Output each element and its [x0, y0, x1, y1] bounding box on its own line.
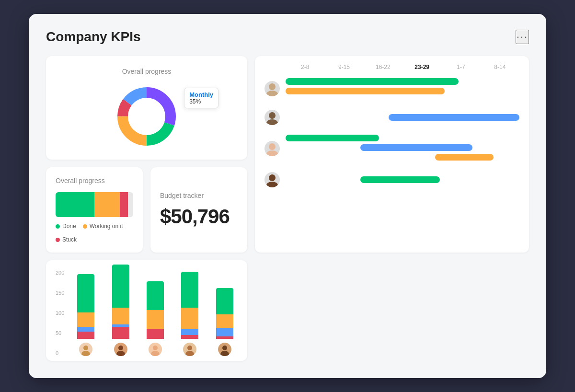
bar-chart-card: 200 150 100 50 0 [46, 260, 247, 361]
bar-seg-red [77, 332, 94, 339]
bar-seg-blue [216, 328, 233, 336]
donut-tooltip: Monthly 35% [184, 88, 218, 108]
bar-seg-orange [147, 310, 164, 329]
bar-seg-green [77, 274, 94, 312]
bar-seg-orange [77, 312, 94, 327]
gantt-col-6: 8-14 [481, 64, 519, 70]
bar-stack-5 [216, 288, 233, 339]
more-button[interactable]: ··· [516, 30, 529, 44]
gantt-bars-2 [286, 111, 519, 124]
y-label-150: 150 [56, 290, 64, 296]
bar-stack-1 [77, 274, 94, 339]
gantt-avatar-4 [264, 172, 280, 187]
y-label-0: 0 [56, 350, 64, 356]
bar-seg-red [181, 335, 198, 339]
gantt-bar [286, 88, 445, 94]
overall-progress-label: Overall progress [56, 177, 133, 184]
svg-point-9 [266, 119, 278, 125]
overall-progress-card: Overall progress Done Working on it [46, 167, 143, 253]
gantt-bars-4 [286, 173, 519, 186]
legend-label-working: Working on it [90, 223, 123, 230]
y-label-100: 100 [56, 310, 64, 316]
overall-progress-bar [56, 192, 133, 217]
gantt-col-5: 1-7 [441, 64, 480, 70]
budget-value: $50,796 [160, 205, 238, 228]
bar-seg-green [216, 288, 233, 314]
page-title: Company KPIs [46, 29, 141, 45]
gantt-bar [360, 176, 440, 183]
bottom-row: Overall progress Done Working on it [46, 167, 247, 253]
bar-seg-red [216, 336, 233, 339]
bar-seg-blue [77, 327, 94, 332]
header: Company KPIs ··· [46, 29, 529, 45]
dashboard-frame: Company KPIs ··· Overall progress [29, 14, 546, 378]
bar-stack-3 [147, 281, 164, 339]
bar-group-1 [73, 274, 99, 356]
progress-stuck [120, 192, 127, 217]
gantt-card: 2-8 9-15 16-22 23-29 1-7 8-14 [255, 56, 529, 253]
gantt-avatar-2 [264, 110, 280, 125]
svg-point-6 [269, 83, 276, 90]
progress-working [94, 192, 120, 217]
bar-group-5 [212, 288, 238, 356]
bar-seg-green [147, 281, 164, 310]
svg-point-8 [269, 112, 276, 119]
svg-point-11 [266, 150, 278, 156]
progress-legend: Done Working on it Stuck [56, 223, 133, 243]
legend-dot-done [56, 224, 60, 229]
bar-seg-green [112, 265, 129, 308]
gantt-bars-3 [286, 134, 519, 163]
bar-group-3 [142, 281, 168, 356]
bar-chart-area: 200 150 100 50 0 [56, 270, 238, 356]
main-grid: Overall progress [46, 56, 529, 361]
gantt-header: 2-8 9-15 16-22 23-29 1-7 8-14 [264, 64, 519, 70]
gantt-bar [435, 154, 494, 161]
svg-point-13 [266, 182, 278, 187]
gantt-bar [360, 144, 472, 151]
gantt-col-4: 23-29 [402, 64, 441, 70]
budget-card: Budget tracker $50,796 [150, 167, 247, 253]
progress-done [56, 192, 94, 217]
legend-done: Done [56, 223, 76, 230]
bar-avatar-2 [114, 343, 127, 356]
legend-label-stuck: Stuck [62, 236, 77, 243]
bar-seg-red [147, 329, 164, 339]
gantt-bars-1 [286, 76, 519, 101]
svg-point-21 [153, 346, 158, 350]
bar-seg-green [181, 272, 198, 308]
bar-avatar-4 [183, 343, 196, 356]
donut-card: Overall progress [46, 56, 247, 160]
svg-point-7 [266, 91, 278, 96]
legend-working: Working on it [83, 223, 123, 230]
progress-empty [128, 192, 133, 217]
tooltip-label: Monthly [189, 91, 213, 98]
legend-stuck: Stuck [56, 236, 77, 243]
svg-point-27 [222, 346, 227, 350]
bar-seg-blue [181, 329, 198, 335]
gantt-avatar-3 [264, 141, 280, 156]
gantt-bar [389, 114, 519, 121]
tooltip-value: 35% [189, 98, 213, 105]
legend-dot-stuck [56, 238, 60, 242]
gantt-col-2: 9-15 [324, 64, 363, 70]
gantt-row-3 [264, 134, 519, 163]
svg-point-5 [128, 98, 165, 135]
bar-seg-orange [216, 314, 233, 328]
bar-seg-orange [112, 308, 129, 324]
donut-svg [113, 83, 180, 150]
gantt-bar [286, 135, 379, 141]
svg-point-18 [118, 346, 123, 350]
svg-point-10 [269, 143, 276, 150]
bar-avatar-3 [149, 343, 162, 356]
donut-chart: Monthly 35% [113, 83, 180, 150]
bar-avatar-1 [79, 343, 92, 356]
bar-stack-4 [181, 272, 198, 339]
svg-point-24 [187, 346, 192, 350]
gantt-col-3: 16-22 [364, 64, 402, 70]
gantt-avatar-1 [264, 81, 280, 96]
bar-y-axis: 200 150 100 50 0 [56, 270, 64, 356]
budget-label: Budget tracker [160, 192, 238, 199]
gantt-col-1: 2-8 [286, 64, 324, 70]
gantt-bar [286, 78, 459, 85]
svg-point-12 [269, 174, 276, 181]
